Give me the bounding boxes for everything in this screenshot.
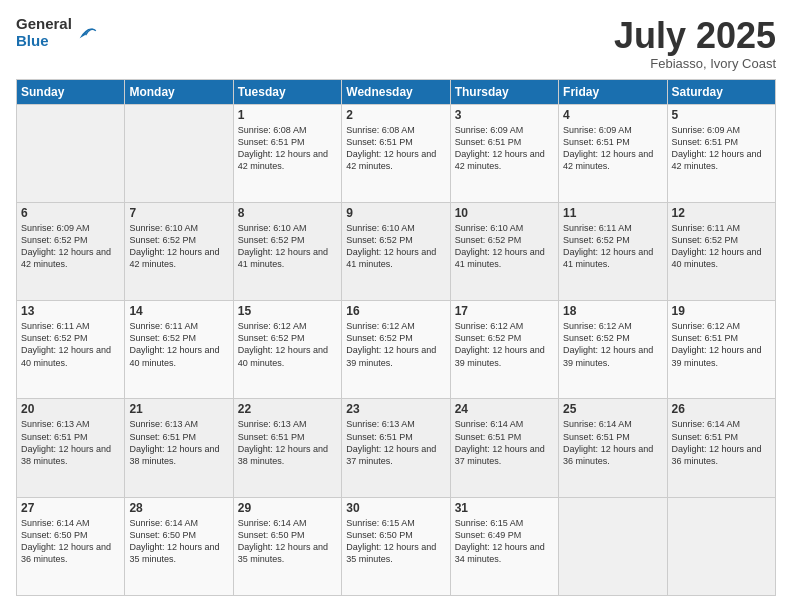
calendar-cell: 9Sunrise: 6:10 AM Sunset: 6:52 PM Daylig… <box>342 202 450 300</box>
day-info: Sunrise: 6:09 AM Sunset: 6:51 PM Dayligh… <box>672 124 771 173</box>
day-number: 18 <box>563 304 662 318</box>
header-friday: Friday <box>559 79 667 104</box>
day-number: 26 <box>672 402 771 416</box>
calendar-cell: 26Sunrise: 6:14 AM Sunset: 6:51 PM Dayli… <box>667 399 775 497</box>
calendar-cell: 10Sunrise: 6:10 AM Sunset: 6:52 PM Dayli… <box>450 202 558 300</box>
day-number: 10 <box>455 206 554 220</box>
day-info: Sunrise: 6:11 AM Sunset: 6:52 PM Dayligh… <box>672 222 771 271</box>
day-info: Sunrise: 6:14 AM Sunset: 6:51 PM Dayligh… <box>563 418 662 467</box>
month-title: July 2025 <box>614 16 776 56</box>
title-block: July 2025 Febiasso, Ivory Coast <box>614 16 776 71</box>
calendar-cell: 19Sunrise: 6:12 AM Sunset: 6:51 PM Dayli… <box>667 301 775 399</box>
calendar-cell: 17Sunrise: 6:12 AM Sunset: 6:52 PM Dayli… <box>450 301 558 399</box>
logo: General Blue <box>16 16 98 49</box>
logo-blue: Blue <box>16 33 72 50</box>
day-info: Sunrise: 6:10 AM Sunset: 6:52 PM Dayligh… <box>129 222 228 271</box>
day-info: Sunrise: 6:12 AM Sunset: 6:52 PM Dayligh… <box>455 320 554 369</box>
logo-general: General <box>16 16 72 33</box>
calendar-cell: 22Sunrise: 6:13 AM Sunset: 6:51 PM Dayli… <box>233 399 341 497</box>
day-number: 1 <box>238 108 337 122</box>
day-info: Sunrise: 6:14 AM Sunset: 6:50 PM Dayligh… <box>238 517 337 566</box>
day-number: 12 <box>672 206 771 220</box>
calendar-cell: 5Sunrise: 6:09 AM Sunset: 6:51 PM Daylig… <box>667 104 775 202</box>
calendar-cell: 6Sunrise: 6:09 AM Sunset: 6:52 PM Daylig… <box>17 202 125 300</box>
week-row-4: 20Sunrise: 6:13 AM Sunset: 6:51 PM Dayli… <box>17 399 776 497</box>
day-number: 7 <box>129 206 228 220</box>
day-info: Sunrise: 6:09 AM Sunset: 6:51 PM Dayligh… <box>455 124 554 173</box>
day-info: Sunrise: 6:13 AM Sunset: 6:51 PM Dayligh… <box>346 418 445 467</box>
calendar-cell: 1Sunrise: 6:08 AM Sunset: 6:51 PM Daylig… <box>233 104 341 202</box>
week-row-1: 1Sunrise: 6:08 AM Sunset: 6:51 PM Daylig… <box>17 104 776 202</box>
calendar-cell: 28Sunrise: 6:14 AM Sunset: 6:50 PM Dayli… <box>125 497 233 595</box>
day-info: Sunrise: 6:12 AM Sunset: 6:52 PM Dayligh… <box>238 320 337 369</box>
calendar-cell: 14Sunrise: 6:11 AM Sunset: 6:52 PM Dayli… <box>125 301 233 399</box>
calendar-cell: 2Sunrise: 6:08 AM Sunset: 6:51 PM Daylig… <box>342 104 450 202</box>
calendar-cell: 15Sunrise: 6:12 AM Sunset: 6:52 PM Dayli… <box>233 301 341 399</box>
days-header-row: Sunday Monday Tuesday Wednesday Thursday… <box>17 79 776 104</box>
day-info: Sunrise: 6:13 AM Sunset: 6:51 PM Dayligh… <box>129 418 228 467</box>
day-number: 31 <box>455 501 554 515</box>
calendar-cell: 30Sunrise: 6:15 AM Sunset: 6:50 PM Dayli… <box>342 497 450 595</box>
day-number: 23 <box>346 402 445 416</box>
week-row-3: 13Sunrise: 6:11 AM Sunset: 6:52 PM Dayli… <box>17 301 776 399</box>
header-sunday: Sunday <box>17 79 125 104</box>
page: General Blue July 2025 Febiasso, Ivory C… <box>0 0 792 612</box>
calendar-cell: 25Sunrise: 6:14 AM Sunset: 6:51 PM Dayli… <box>559 399 667 497</box>
calendar-cell: 13Sunrise: 6:11 AM Sunset: 6:52 PM Dayli… <box>17 301 125 399</box>
day-number: 14 <box>129 304 228 318</box>
day-number: 22 <box>238 402 337 416</box>
day-number: 2 <box>346 108 445 122</box>
header-tuesday: Tuesday <box>233 79 341 104</box>
calendar-cell: 3Sunrise: 6:09 AM Sunset: 6:51 PM Daylig… <box>450 104 558 202</box>
day-number: 24 <box>455 402 554 416</box>
day-number: 27 <box>21 501 120 515</box>
day-info: Sunrise: 6:09 AM Sunset: 6:52 PM Dayligh… <box>21 222 120 271</box>
day-number: 9 <box>346 206 445 220</box>
day-info: Sunrise: 6:08 AM Sunset: 6:51 PM Dayligh… <box>346 124 445 173</box>
calendar-cell: 16Sunrise: 6:12 AM Sunset: 6:52 PM Dayli… <box>342 301 450 399</box>
calendar-cell <box>667 497 775 595</box>
calendar-body: 1Sunrise: 6:08 AM Sunset: 6:51 PM Daylig… <box>17 104 776 595</box>
day-info: Sunrise: 6:12 AM Sunset: 6:52 PM Dayligh… <box>346 320 445 369</box>
calendar-cell: 8Sunrise: 6:10 AM Sunset: 6:52 PM Daylig… <box>233 202 341 300</box>
logo-text: General Blue <box>16 16 72 49</box>
day-info: Sunrise: 6:11 AM Sunset: 6:52 PM Dayligh… <box>563 222 662 271</box>
day-number: 30 <box>346 501 445 515</box>
calendar-cell: 31Sunrise: 6:15 AM Sunset: 6:49 PM Dayli… <box>450 497 558 595</box>
day-info: Sunrise: 6:14 AM Sunset: 6:50 PM Dayligh… <box>21 517 120 566</box>
day-number: 16 <box>346 304 445 318</box>
day-info: Sunrise: 6:14 AM Sunset: 6:50 PM Dayligh… <box>129 517 228 566</box>
location-subtitle: Febiasso, Ivory Coast <box>614 56 776 71</box>
calendar-cell: 20Sunrise: 6:13 AM Sunset: 6:51 PM Dayli… <box>17 399 125 497</box>
day-number: 29 <box>238 501 337 515</box>
header-wednesday: Wednesday <box>342 79 450 104</box>
day-info: Sunrise: 6:11 AM Sunset: 6:52 PM Dayligh… <box>129 320 228 369</box>
day-info: Sunrise: 6:11 AM Sunset: 6:52 PM Dayligh… <box>21 320 120 369</box>
calendar-cell: 23Sunrise: 6:13 AM Sunset: 6:51 PM Dayli… <box>342 399 450 497</box>
day-info: Sunrise: 6:10 AM Sunset: 6:52 PM Dayligh… <box>455 222 554 271</box>
calendar-cell: 21Sunrise: 6:13 AM Sunset: 6:51 PM Dayli… <box>125 399 233 497</box>
day-number: 4 <box>563 108 662 122</box>
day-info: Sunrise: 6:14 AM Sunset: 6:51 PM Dayligh… <box>455 418 554 467</box>
calendar-cell: 11Sunrise: 6:11 AM Sunset: 6:52 PM Dayli… <box>559 202 667 300</box>
week-row-5: 27Sunrise: 6:14 AM Sunset: 6:50 PM Dayli… <box>17 497 776 595</box>
day-number: 15 <box>238 304 337 318</box>
day-info: Sunrise: 6:15 AM Sunset: 6:49 PM Dayligh… <box>455 517 554 566</box>
calendar-cell: 12Sunrise: 6:11 AM Sunset: 6:52 PM Dayli… <box>667 202 775 300</box>
week-row-2: 6Sunrise: 6:09 AM Sunset: 6:52 PM Daylig… <box>17 202 776 300</box>
day-info: Sunrise: 6:13 AM Sunset: 6:51 PM Dayligh… <box>238 418 337 467</box>
day-number: 11 <box>563 206 662 220</box>
calendar-header: Sunday Monday Tuesday Wednesday Thursday… <box>17 79 776 104</box>
calendar-cell: 24Sunrise: 6:14 AM Sunset: 6:51 PM Dayli… <box>450 399 558 497</box>
day-info: Sunrise: 6:08 AM Sunset: 6:51 PM Dayligh… <box>238 124 337 173</box>
calendar-cell <box>559 497 667 595</box>
header-saturday: Saturday <box>667 79 775 104</box>
day-info: Sunrise: 6:10 AM Sunset: 6:52 PM Dayligh… <box>346 222 445 271</box>
day-number: 17 <box>455 304 554 318</box>
header-monday: Monday <box>125 79 233 104</box>
day-info: Sunrise: 6:12 AM Sunset: 6:52 PM Dayligh… <box>563 320 662 369</box>
calendar-cell: 7Sunrise: 6:10 AM Sunset: 6:52 PM Daylig… <box>125 202 233 300</box>
calendar-cell: 29Sunrise: 6:14 AM Sunset: 6:50 PM Dayli… <box>233 497 341 595</box>
calendar-cell: 27Sunrise: 6:14 AM Sunset: 6:50 PM Dayli… <box>17 497 125 595</box>
day-number: 21 <box>129 402 228 416</box>
